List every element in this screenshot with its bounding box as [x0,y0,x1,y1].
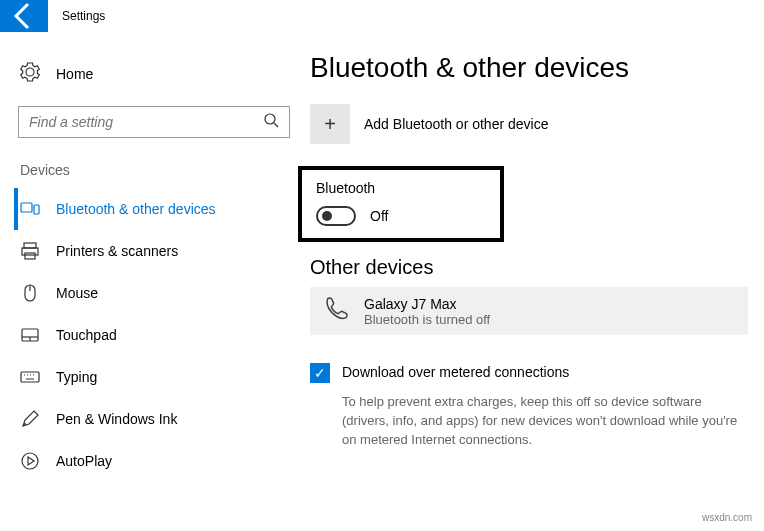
svg-point-19 [22,453,38,469]
plus-icon: + [310,104,350,144]
sidebar-item-typing[interactable]: Typing [14,356,310,398]
device-status: Bluetooth is turned off [364,312,490,327]
pen-icon [20,409,40,429]
sidebar-item-label: AutoPlay [56,453,112,469]
add-device-label: Add Bluetooth or other device [364,116,548,132]
home-label: Home [56,66,93,82]
metered-label: Download over metered connections [342,363,569,380]
devices-icon [20,199,40,219]
sidebar-item-label: Printers & scanners [56,243,178,259]
gear-icon [20,62,40,86]
sidebar-item-printers[interactable]: Printers & scanners [14,230,310,272]
sidebar-item-touchpad[interactable]: Touchpad [14,314,310,356]
sidebar-item-label: Pen & Windows Ink [56,411,177,427]
svg-line-1 [274,123,278,127]
sidebar-item-label: Typing [56,369,97,385]
printer-icon [20,241,40,261]
titlebar: Settings [0,0,764,32]
other-devices-heading: Other devices [310,256,748,279]
keyboard-icon [20,367,40,387]
mouse-icon [20,283,40,303]
sidebar-item-bluetooth[interactable]: Bluetooth & other devices [14,188,310,230]
device-name: Galaxy J7 Max [364,296,490,312]
search-icon [263,112,279,132]
toggle-knob [322,211,332,221]
svg-rect-4 [24,243,36,248]
sidebar-item-label: Touchpad [56,327,117,343]
search-input[interactable] [18,106,290,138]
svg-rect-6 [25,253,35,259]
sidebar-item-pen[interactable]: Pen & Windows Ink [14,398,310,440]
back-button[interactable] [0,0,48,32]
touchpad-icon [20,325,40,345]
page-title: Bluetooth & other devices [310,52,748,84]
metered-checkbox[interactable]: ✓ [310,363,330,383]
main-panel: Bluetooth & other devices + Add Bluetoot… [310,52,764,482]
add-device-button[interactable]: + Add Bluetooth or other device [310,104,748,144]
sidebar: Home Devices Bluetooth & other devices P… [0,52,310,482]
section-label: Devices [14,154,310,188]
watermark: wsxdn.com [702,512,752,523]
bluetooth-label: Bluetooth [316,180,490,196]
home-button[interactable]: Home [14,52,310,96]
metered-description: To help prevent extra charges, keep this… [342,393,748,450]
svg-rect-3 [34,205,39,214]
svg-point-0 [265,114,275,124]
svg-rect-2 [21,203,32,212]
sidebar-item-autoplay[interactable]: AutoPlay [14,440,310,482]
autoplay-icon [20,451,40,471]
sidebar-item-label: Bluetooth & other devices [56,201,216,217]
phone-icon [322,295,350,327]
sidebar-item-label: Mouse [56,285,98,301]
bluetooth-highlight-box: Bluetooth Off [298,166,504,242]
bluetooth-toggle[interactable] [316,206,356,226]
device-item[interactable]: Galaxy J7 Max Bluetooth is turned off [310,287,748,335]
svg-rect-12 [21,372,39,382]
window-title: Settings [62,9,105,23]
svg-point-18 [24,423,26,425]
sidebar-item-mouse[interactable]: Mouse [14,272,310,314]
search-field[interactable] [29,114,263,130]
bluetooth-state: Off [370,208,388,224]
